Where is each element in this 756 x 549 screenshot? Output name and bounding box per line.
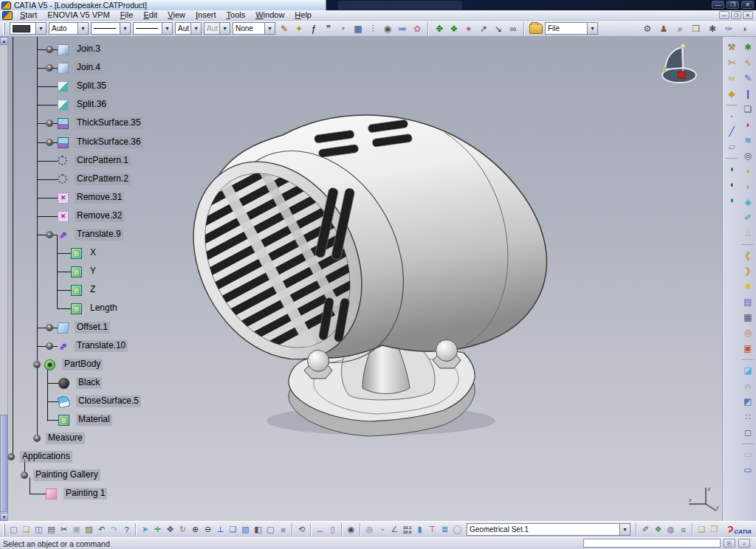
tree-expander-plus-icon[interactable]: + (46, 139, 53, 146)
clock-icon[interactable]: ◔ (376, 522, 388, 536)
shading-icon[interactable]: ■ (277, 522, 289, 536)
clamp-icon[interactable]: ∩ (741, 379, 755, 393)
tree-node-circpattern-2[interactable]: CircPattern.2 (75, 173, 131, 185)
pointer-stick-icon[interactable]: ↗ (477, 22, 490, 35)
toolbar-grip[interactable] (3, 524, 5, 536)
tree-node-offset-1[interactable]: Offset.1 (75, 322, 110, 334)
save-icon[interactable]: ◫ (32, 522, 45, 536)
plane-icon[interactable]: ▱ (725, 139, 739, 153)
wireframe-icon[interactable]: ▢ (264, 522, 277, 536)
cyan-cube-icon[interactable]: ◈ (741, 195, 755, 209)
tree-expander-minus-icon[interactable]: − (33, 361, 41, 368)
tree-node-x[interactable]: X (88, 247, 98, 259)
yellow-cube-icon[interactable]: ■ (741, 279, 755, 293)
new-document-icon[interactable]: ▢ (7, 522, 20, 536)
blend-tool-icon[interactable]: ∞ (725, 71, 739, 85)
purple-pen-icon[interactable]: ✑ (722, 22, 735, 35)
thick-icon[interactable] (58, 137, 69, 148)
tree-node-partbody[interactable]: PartBody (62, 359, 103, 370)
catalog-folder-icon[interactable] (529, 24, 543, 34)
search-lens-icon[interactable]: ⌕ (673, 22, 687, 35)
extract-icon[interactable]: ◗ (741, 117, 755, 131)
ellipse-icon[interactable]: ◯ (451, 522, 464, 536)
tree-expander-plus-icon[interactable]: + (46, 120, 53, 127)
point-icon[interactable]: · (725, 108, 739, 122)
trim-tool-icon[interactable]: ✄ (725, 55, 739, 69)
toolbar-grip[interactable] (3, 23, 5, 35)
menu-edit[interactable]: Edit (138, 10, 162, 20)
camera-icon[interactable]: ◉ (345, 522, 357, 536)
update-gear-icon[interactable]: ✱ (741, 40, 755, 54)
param-icon[interactable]: B (71, 303, 82, 314)
rendering-dropdown[interactable]: None ▼ (233, 22, 275, 35)
tree-node-painting-gallery[interactable]: Painting Gallery (33, 469, 100, 481)
sketcher-icon[interactable]: ✎ (741, 71, 755, 85)
spray-gold-icon[interactable]: ❒ (708, 522, 721, 536)
join-icon[interactable] (58, 44, 69, 55)
primitives-icon[interactable]: ◆ (725, 86, 739, 100)
redo-icon[interactable]: ↷ (108, 522, 120, 536)
param-icon[interactable]: B (58, 415, 69, 426)
globe-icon[interactable]: ◍ (664, 522, 677, 536)
line-icon[interactable]: ╱ (725, 124, 739, 138)
param-icon[interactable]: B (71, 285, 82, 296)
menu-view[interactable]: View (162, 10, 190, 20)
tree-node-split-35[interactable]: Split.35 (75, 80, 109, 92)
tree-node-painting-1[interactable]: Painting 1 (63, 488, 107, 500)
point-symbol-dropdown[interactable]: Aut ▼ (175, 22, 202, 35)
mdi-restore-button[interactable]: ❐ (731, 11, 741, 19)
help-icon[interactable]: ? (120, 522, 133, 536)
structure-chart-icon[interactable]: ⫶ (366, 22, 379, 35)
basket-icon[interactable]: ◗ (738, 22, 752, 35)
painter-icon[interactable]: ✎ (278, 22, 291, 35)
split-solid-icon[interactable]: ◩ (741, 394, 755, 408)
eraser-icon[interactable]: ◪ (741, 363, 755, 377)
mdi-minimize-button[interactable]: — (719, 11, 729, 19)
menu-window[interactable]: Window (250, 10, 289, 20)
tree-node-join-3[interactable]: Join.3 (75, 44, 103, 55)
param-icon[interactable]: B (71, 248, 82, 259)
file-dropdown[interactable]: File ▼ (545, 22, 598, 35)
move-arrows-icon[interactable]: ✥ (433, 22, 446, 35)
window-layers-icon[interactable]: ❏ (741, 102, 755, 116)
link-spiral-icon[interactable]: ◎ (363, 522, 376, 536)
tree-node-translate-9[interactable]: Translate.9 (75, 229, 123, 241)
circpattern-icon[interactable] (58, 156, 67, 165)
ergonomics-icon[interactable]: ♟ (657, 22, 670, 35)
tree-node-translate-10[interactable]: Translate.10 (75, 340, 128, 352)
powercopy-gold-icon[interactable]: ◖ (725, 193, 739, 207)
tree-node-measure[interactable]: Measure (46, 432, 85, 444)
settings-gears-icon[interactable]: ⚙ (641, 22, 654, 35)
tree-node-black[interactable]: Black (76, 377, 102, 389)
menu-file[interactable]: File (115, 10, 139, 20)
remove-icon[interactable]: ✕ (58, 211, 69, 222)
cylinder-icon[interactable]: ▮ (413, 522, 426, 536)
tray-gold-icon[interactable]: ❑ (695, 522, 708, 536)
revolve-icon[interactable]: ≋ (741, 133, 755, 147)
partbody-icon[interactable]: ✱ (44, 359, 55, 370)
tree-expander-minus-icon[interactable]: − (21, 472, 28, 479)
snap-forbidden-icon[interactable]: ⌖ (462, 22, 475, 35)
rule-icon[interactable]: ≔ (396, 22, 409, 35)
healing-icon[interactable]: ❯ (741, 263, 755, 277)
translate-icon[interactable]: ⇗ (58, 229, 69, 241)
circpattern-icon[interactable] (58, 174, 67, 184)
normal-view-icon[interactable]: ⊥ (214, 522, 227, 536)
split-icon[interactable] (58, 81, 69, 92)
powercopy-red-icon[interactable]: ◖ (725, 177, 739, 191)
rotate-view-icon[interactable]: ↻ (176, 522, 189, 536)
chain-link-icon[interactable]: ∞ (506, 22, 520, 35)
tree-expander-minus-icon[interactable]: − (46, 231, 53, 238)
tree-node-remove-31[interactable]: Remove.31 (75, 192, 124, 204)
books-icon[interactable]: ▤ (741, 294, 755, 308)
layers-green-icon[interactable]: ≡ (677, 522, 690, 536)
design-table-icon[interactable]: ▦ (351, 22, 365, 35)
red-flag-icon[interactable]: ⊤ (426, 522, 439, 536)
check-analysis-icon[interactable]: • (337, 22, 350, 35)
panel-door-icon[interactable]: ▯ (326, 522, 339, 536)
tree-expander-plus-icon[interactable]: + (46, 324, 53, 331)
multi-view-icon[interactable]: ❏ (227, 522, 239, 536)
cut-icon[interactable]: ✂ (58, 522, 70, 536)
tree-node-applications[interactable]: Applications (20, 451, 72, 463)
axis-system-icon[interactable]: ∠ (388, 522, 401, 536)
